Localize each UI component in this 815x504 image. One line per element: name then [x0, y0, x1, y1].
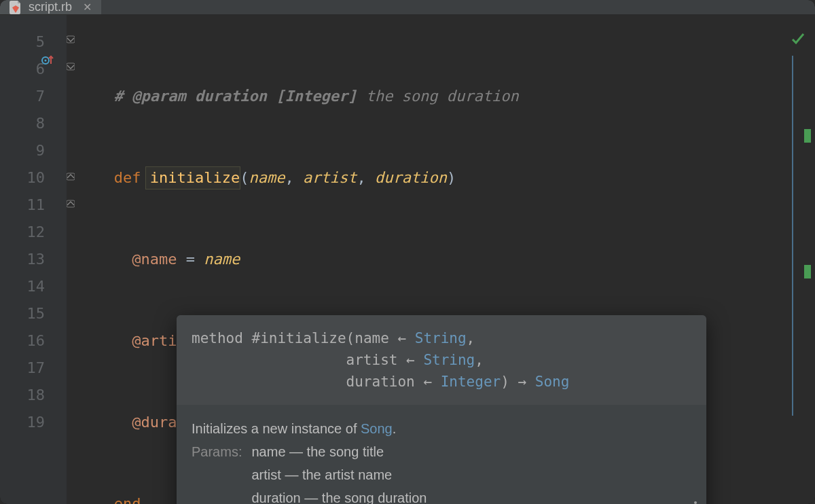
change-marker[interactable] [804, 129, 811, 143]
param-token: artist [303, 169, 357, 186]
line-number: 6 [0, 56, 67, 83]
ide-window: script.rb ✕ 5678910111213141516171819 [0, 0, 815, 504]
param-token: name [204, 251, 240, 268]
ivar-token: @name [132, 251, 177, 268]
popup-documentation: Initializes a new instance of Song. Para… [177, 405, 706, 504]
editor-tab[interactable]: script.rb ✕ [0, 0, 101, 14]
line-number: 12 [0, 219, 67, 246]
quick-doc-popup: method #initialize(name ← String, artist… [177, 315, 706, 504]
line-number: 13 [0, 246, 67, 273]
line-number: 11 [0, 192, 67, 219]
line-number: 19 [0, 409, 67, 436]
close-tab-icon[interactable]: ✕ [83, 1, 92, 14]
method-name-token: initialize [150, 169, 240, 186]
error-stripe[interactable] [795, 29, 811, 504]
svg-point-1 [45, 60, 47, 62]
editor-right-margin [792, 56, 793, 416]
comment-token: the song duration [357, 88, 518, 105]
tab-bar: script.rb ✕ [0, 0, 815, 15]
ruby-file-icon [10, 1, 22, 14]
line-number: 15 [0, 300, 67, 327]
line-number: 18 [0, 382, 67, 409]
param-token: duration [375, 169, 447, 186]
comment-token: # @param duration [Integer] [114, 88, 357, 105]
tab-filename: script.rb [29, 0, 72, 14]
line-number: 5 [0, 29, 67, 56]
popup-signature: method #initialize(name ← String, artist… [177, 315, 706, 405]
line-number-gutter: 5678910111213141516171819 [0, 15, 67, 504]
line-number: 17 [0, 355, 67, 382]
line-number: 7 [0, 83, 67, 110]
code-editor[interactable]: 5678910111213141516171819 [0, 15, 815, 504]
params-label: Params: [192, 440, 242, 504]
keyword-token: end [114, 495, 141, 504]
change-marker[interactable] [804, 265, 811, 278]
line-number: 16 [0, 327, 67, 355]
line-number: 14 [0, 273, 67, 300]
line-number: 10 [0, 164, 67, 192]
line-number: 9 [0, 137, 67, 164]
param-token: name [249, 169, 285, 186]
override-gutter-icon[interactable] [41, 53, 56, 65]
keyword-token: def [114, 169, 141, 186]
op-token: = [177, 251, 204, 268]
popup-more-icon[interactable] [694, 501, 697, 504]
line-number: 8 [0, 110, 67, 137]
